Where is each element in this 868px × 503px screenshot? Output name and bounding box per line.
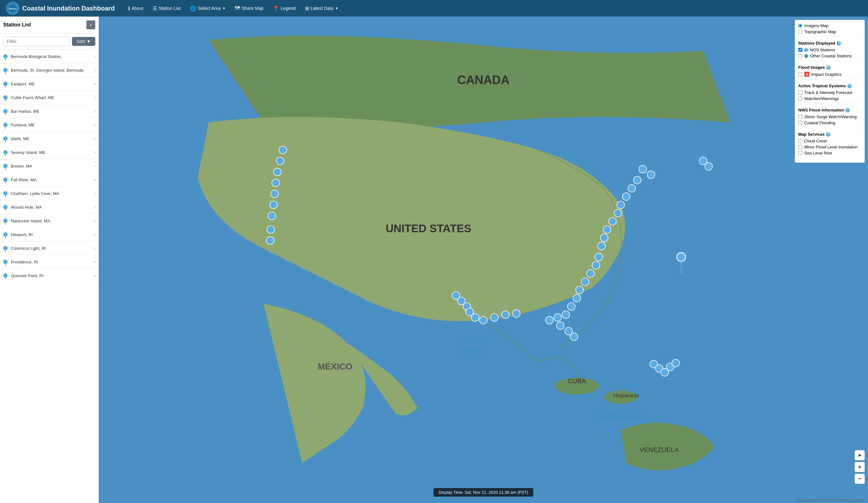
nav-station-list[interactable]: ☰ Station List (149, 3, 185, 13)
station-list-item[interactable]: Bermuda Biological Station, › (0, 50, 99, 63)
storm-surge-item[interactable]: Storm Surge Watch/Warning (798, 114, 861, 119)
attribution: Developed by NOAA/NOS/CO-OPS | Attributi… (797, 499, 865, 502)
dropdown-arrow-icon: ▼ (223, 7, 226, 10)
station-list-item[interactable]: Portland, ME › (0, 118, 99, 132)
map-type-options: Imagery Map Topographic Map (798, 23, 861, 34)
svg-point-64 (705, 163, 713, 170)
station-pin-icon (3, 191, 8, 196)
svg-point-22 (603, 226, 611, 233)
sidebar-title: Station List (3, 22, 31, 28)
station-pin-icon (3, 246, 8, 250)
station-list-container: Bermuda Biological Station, › Bermuda, S… (0, 50, 99, 503)
sea-level-rise-item[interactable]: Sea Level Rise (798, 151, 861, 156)
services-help-icon[interactable]: ? (826, 132, 830, 137)
station-list-item[interactable]: Boston, MA › (0, 159, 99, 173)
station-list-item[interactable]: Woods Hole, MA › (0, 200, 99, 214)
watches-warnings-item[interactable]: Watches/Warnings (798, 96, 861, 101)
svg-text:UNITED STATES: UNITED STATES (385, 222, 471, 234)
station-item-left: Eastport, ME (3, 82, 35, 86)
imagery-map-option[interactable]: Imagery Map (798, 23, 861, 28)
coastal-flooding-item[interactable]: Coastal Flooding (798, 120, 861, 125)
station-list-item[interactable]: Fall River, MA › (0, 173, 99, 187)
station-pin-icon (3, 232, 8, 237)
svg-point-33 (554, 313, 561, 321)
minor-flood-item[interactable]: Minor Flood Level Inundation (798, 145, 861, 149)
locate-button[interactable]: ➤ (855, 450, 865, 460)
other-coastal-item[interactable]: Other Coastal Stations (798, 53, 861, 58)
station-name: Conimicut Light, RI (11, 246, 46, 251)
imagery-map-radio[interactable] (798, 23, 802, 28)
station-pin-icon (3, 260, 8, 264)
tropical-help-icon[interactable]: ? (847, 84, 852, 88)
station-list-item[interactable]: Quonset Point, RI › (0, 269, 99, 283)
station-list-item[interactable]: Providence, RI › (0, 255, 99, 269)
station-chevron-icon: › (94, 190, 95, 196)
zoom-in-button[interactable]: + (855, 462, 865, 472)
map-area[interactable]: CANADA UNITED STATES MÉXICO CUBA Hispani… (99, 17, 868, 503)
cloud-cover-item[interactable]: Cloud Cover (798, 138, 861, 143)
list-icon: ☰ (153, 6, 157, 11)
nos-stations-item[interactable]: NOS Stations (798, 48, 861, 52)
svg-point-44 (273, 168, 281, 176)
sea-level-rise-checkbox[interactable] (798, 151, 802, 155)
track-forecast-item[interactable]: Track & Intensity Forecast (798, 90, 861, 95)
nav-select-area[interactable]: 🌐 Select Area ▼ (186, 3, 230, 13)
station-chevron-icon: › (94, 108, 95, 114)
nav-about[interactable]: ℹ About (124, 3, 147, 13)
flood-help-icon[interactable]: ? (826, 65, 831, 70)
sidebar-collapse-button[interactable]: ‹ (86, 20, 95, 29)
sidebar: Station List ‹ Sort ▼ Bermuda Biological… (0, 17, 99, 503)
stations-help-icon[interactable]: ? (836, 41, 841, 45)
station-name: Newport, RI (11, 232, 33, 237)
other-coastal-checkbox[interactable] (798, 54, 802, 58)
station-list-item[interactable]: Chatham, Lydia Cove, MA › (0, 187, 99, 200)
station-chevron-icon: › (94, 95, 95, 100)
nos-stations-checkbox[interactable] (798, 48, 802, 52)
topo-map-radio[interactable] (798, 30, 802, 34)
svg-text:Mexico: Mexico (461, 347, 484, 355)
watches-warnings-checkbox[interactable] (798, 96, 802, 101)
station-list-item[interactable]: Nantucket Island, MA › (0, 214, 99, 228)
station-list-item[interactable]: Newport, RI › (0, 228, 99, 241)
impact-graphics-checkbox[interactable] (798, 72, 802, 76)
svg-point-43 (276, 157, 284, 165)
track-forecast-checkbox[interactable] (798, 91, 802, 95)
flood-images-section: Flood Images ? ⚠ Impact Graphics (798, 65, 861, 80)
storm-surge-checkbox[interactable] (798, 115, 802, 119)
cloud-cover-checkbox[interactable] (798, 139, 802, 143)
app-header: NOAA Coastal Inundation Dashboard ℹ Abou… (0, 0, 868, 17)
impact-graphics-item[interactable]: ⚠ Impact Graphics (798, 72, 861, 77)
station-list-item[interactable]: Bar Harbor, ME › (0, 104, 99, 118)
station-chevron-icon: › (94, 122, 95, 128)
station-list-item[interactable]: Wells, ME › (0, 132, 99, 146)
station-list-item[interactable]: Eastport, ME › (0, 77, 99, 91)
station-item-left: Quonset Point, RI (3, 273, 44, 278)
station-name: Fall River, MA (11, 177, 37, 182)
station-list-item[interactable]: Cutler Farris Wharf, ME › (0, 91, 99, 104)
svg-point-62 (672, 359, 679, 367)
zoom-out-button[interactable]: − (855, 474, 865, 484)
station-name: Cutler Farris Wharf, ME (11, 95, 54, 100)
station-list-item[interactable]: Seavey Island, ME › (0, 146, 99, 159)
coastal-flooding-checkbox[interactable] (798, 121, 802, 125)
station-list-item[interactable]: Bermuda, St. Georges Island, Bermuda › (0, 63, 99, 77)
globe-icon: 🌐 (190, 6, 196, 11)
station-chevron-icon: › (94, 204, 95, 210)
minor-flood-checkbox[interactable] (798, 145, 802, 149)
svg-point-48 (268, 212, 276, 220)
sort-button[interactable]: Sort ▼ (72, 37, 95, 46)
nav-legend[interactable]: 📍 Legend (269, 3, 300, 13)
station-item-left: Bar Harbor, ME (3, 109, 40, 114)
nav-latest-data[interactable]: ⊞ Latest Data ▼ (301, 3, 342, 13)
svg-point-42 (279, 146, 287, 154)
station-name: Bar Harbor, ME (11, 109, 40, 114)
filter-input[interactable] (3, 36, 70, 46)
nws-help-icon[interactable]: ? (845, 108, 850, 113)
station-item-left: Bermuda Biological Station, (3, 54, 62, 59)
other-dot-icon (804, 54, 808, 58)
app-title: Coastal Inundation Dashboard (22, 5, 115, 12)
svg-point-39 (556, 322, 564, 329)
topo-map-option[interactable]: Topographic Map (798, 29, 861, 34)
nav-share-map[interactable]: 🗺 Share Map (231, 3, 267, 13)
station-list-item[interactable]: Conimicut Light, RI › (0, 241, 99, 255)
